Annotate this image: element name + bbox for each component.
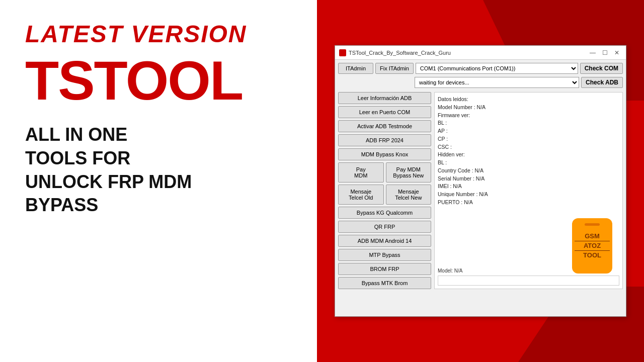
mensaje-telcel-old-button[interactable]: Mensaje Telcel Old — [338, 185, 384, 205]
second-row: waiting for devices... Check ADB — [338, 77, 623, 88]
mtp-bypass-button[interactable]: MTP Bypass — [338, 249, 431, 261]
gsm-text-line2: ATOZ — [584, 242, 601, 249]
window-body: ITAdmin Fix ITAdmin COM1 (Communications… — [335, 60, 626, 292]
check-adb-button[interactable]: Check ADB — [581, 77, 623, 88]
adb-frp-2024-button[interactable]: ADB FRP 2024 — [338, 134, 431, 146]
bypass-mtk-brom-button[interactable]: Bypass MTK Brom — [338, 277, 431, 289]
model-field-row: Model: N/A — [438, 267, 619, 286]
window-titlebar: TSTool_Crack_By_Software_Crack_Guru — ☐ … — [335, 46, 626, 60]
maximize-button[interactable]: ☐ — [600, 49, 610, 57]
check-com-button[interactable]: Check COM — [580, 63, 623, 74]
qr-frp-button[interactable]: QR FRP — [338, 221, 431, 233]
mensaje-telcel-new-button[interactable]: Mensaje Telcel New — [386, 185, 432, 205]
adb-mdm-android14-button[interactable]: ADB MDM Android 14 — [338, 235, 431, 247]
info-panel: Datos leidos: Model Number : N/A Firmwar… — [434, 92, 623, 289]
pay-mdm-row: Pay MDM Pay MDM Bypass New — [338, 162, 431, 183]
activar-adb-testmode-button[interactable]: Activar ADB Testmode — [338, 120, 431, 132]
window-controls: — ☐ ✕ — [588, 49, 622, 57]
right-panel: TSTool_Crack_By_Software_Crack_Guru — ☐ … — [317, 0, 644, 362]
main-window: TSTool_Crack_By_Software_Crack_Guru — ☐ … — [335, 45, 626, 317]
info-text: Datos leidos: Model Number : N/A Firmwar… — [438, 96, 619, 207]
waiting-select[interactable]: waiting for devices... — [415, 77, 579, 88]
mensaje-row: Mensaje Telcel Old Mensaje Telcel New — [338, 185, 431, 205]
window-title: TSTool_Crack_By_Software_Crack_Guru — [339, 49, 451, 56]
content-area: Leer Información ADB Leer en Puerto COM … — [338, 92, 623, 289]
gsm-divider — [575, 241, 610, 241]
gsm-text-line1: GSM — [585, 233, 600, 240]
window-title-text: TSTool_Crack_By_Software_Crack_Guru — [349, 50, 451, 56]
fix-itadmin-button[interactable]: Fix ITAdmin — [375, 63, 414, 74]
model-label: Model: N/A — [438, 267, 619, 275]
window-icon — [339, 49, 346, 56]
leer-puerto-com-button[interactable]: Leer en Puerto COM — [338, 106, 431, 118]
minimize-button[interactable]: — — [588, 49, 598, 57]
brom-frp-button[interactable]: BROM FRP — [338, 263, 431, 275]
bypass-kg-qualcomm-button[interactable]: Bypass KG Qualcomm — [338, 207, 431, 219]
left-panel: LATEST VERSION TSTOOL ALL IN ONE TOOLS F… — [0, 0, 317, 362]
latest-version-label: LATEST VERSION — [25, 20, 292, 48]
mdm-bypass-knox-button[interactable]: MDM Bypass Knox — [338, 148, 431, 160]
app-name-label: TSTOOL — [25, 53, 292, 108]
pay-mdm-bypass-new-button[interactable]: Pay MDM Bypass New — [386, 162, 432, 183]
phone-shape: GSM ATOZ TOOL — [572, 218, 612, 274]
phone-speaker — [585, 223, 600, 226]
description-label: ALL IN ONE TOOLS FOR UNLOCK FRP MDM BYPA… — [25, 123, 292, 217]
leer-informacion-adb-button[interactable]: Leer Información ADB — [338, 92, 431, 104]
top-row: ITAdmin Fix ITAdmin COM1 (Communications… — [338, 63, 623, 74]
com-select[interactable]: COM1 (Communications Port (COM1)) — [416, 63, 578, 74]
left-buttons: Leer Información ADB Leer en Puerto COM … — [338, 92, 431, 289]
gsm-text-line3: TOOL — [583, 252, 601, 259]
close-button[interactable]: ✕ — [612, 49, 622, 57]
gsm-divider2 — [575, 250, 610, 251]
model-input[interactable] — [438, 276, 619, 286]
phone-inner: GSM ATOZ TOOL — [576, 223, 609, 268]
pay-mdm-button[interactable]: Pay MDM — [338, 162, 384, 183]
itadmin-button[interactable]: ITAdmin — [338, 63, 373, 74]
